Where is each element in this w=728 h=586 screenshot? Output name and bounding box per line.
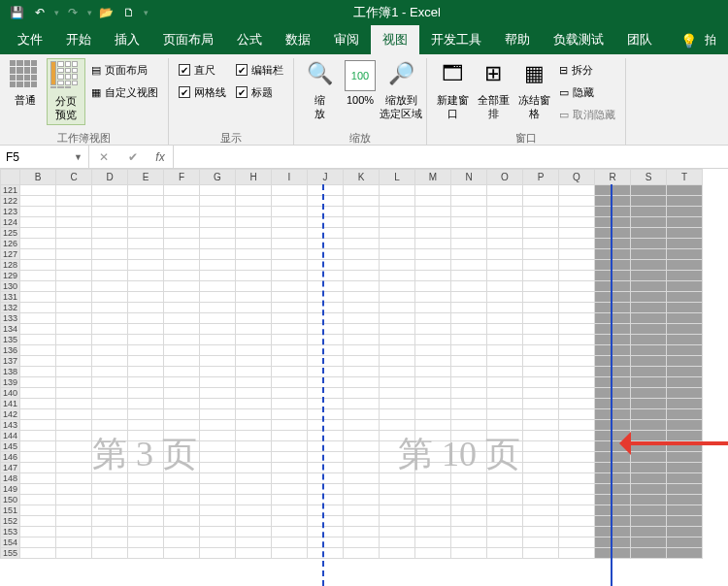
- cell[interactable]: [92, 271, 128, 281]
- cell[interactable]: [308, 516, 344, 527]
- row-header[interactable]: 133: [1, 313, 20, 324]
- cell[interactable]: [380, 431, 415, 441]
- cell[interactable]: [595, 473, 631, 484]
- col-header[interactable]: H: [236, 170, 272, 185]
- cell[interactable]: [595, 217, 631, 228]
- cell[interactable]: [667, 527, 703, 537]
- cell[interactable]: [667, 345, 703, 356]
- cell[interactable]: [667, 409, 703, 420]
- row-header[interactable]: 135: [1, 335, 20, 345]
- cell[interactable]: [272, 537, 308, 548]
- cell[interactable]: [631, 335, 667, 345]
- row-header[interactable]: 153: [1, 527, 20, 537]
- cell[interactable]: [667, 473, 703, 484]
- cell[interactable]: [308, 313, 344, 324]
- cell[interactable]: [523, 431, 559, 441]
- row-header[interactable]: 126: [1, 239, 20, 249]
- cell[interactable]: [164, 292, 200, 303]
- cell[interactable]: [200, 409, 236, 420]
- cell[interactable]: [164, 335, 200, 345]
- cell[interactable]: [487, 217, 523, 228]
- cell[interactable]: [128, 292, 164, 303]
- cell[interactable]: [415, 473, 451, 484]
- cell[interactable]: [595, 228, 631, 239]
- row-header[interactable]: 131: [1, 292, 20, 303]
- col-header[interactable]: M: [415, 170, 451, 185]
- cell[interactable]: [667, 452, 703, 463]
- cell[interactable]: [92, 377, 128, 388]
- cell[interactable]: [523, 281, 559, 292]
- tab-help[interactable]: 帮助: [493, 25, 542, 54]
- cell[interactable]: [344, 473, 380, 484]
- cell[interactable]: [451, 217, 487, 228]
- cell[interactable]: [595, 335, 631, 345]
- cell[interactable]: [559, 228, 595, 239]
- cell[interactable]: [487, 473, 523, 484]
- cell[interactable]: [164, 281, 200, 292]
- qat-more[interactable]: ▾: [142, 8, 149, 17]
- cell[interactable]: [128, 239, 164, 249]
- cell[interactable]: [236, 548, 272, 559]
- cell[interactable]: [667, 367, 703, 377]
- cell[interactable]: [595, 356, 631, 367]
- cell[interactable]: [344, 505, 380, 516]
- cell[interactable]: [20, 271, 56, 281]
- cell[interactable]: [128, 409, 164, 420]
- cell[interactable]: [92, 207, 128, 217]
- undo-button[interactable]: ↶: [29, 2, 50, 23]
- cell[interactable]: [631, 217, 667, 228]
- cell[interactable]: [92, 484, 128, 495]
- row-header[interactable]: 125: [1, 228, 20, 239]
- cell[interactable]: [451, 271, 487, 281]
- cell[interactable]: [272, 367, 308, 377]
- arrange-all-button[interactable]: ⊞ 全部重排: [474, 58, 513, 123]
- cell[interactable]: [20, 335, 56, 345]
- cell[interactable]: [595, 409, 631, 420]
- zoom-button[interactable]: 🔍 缩 放: [300, 58, 339, 123]
- cell[interactable]: [272, 399, 308, 409]
- cell[interactable]: [272, 463, 308, 473]
- cell[interactable]: [559, 345, 595, 356]
- cell[interactable]: [236, 356, 272, 367]
- cell[interactable]: [200, 505, 236, 516]
- cell[interactable]: [236, 367, 272, 377]
- cell[interactable]: [487, 228, 523, 239]
- cell[interactable]: [451, 409, 487, 420]
- cell[interactable]: [92, 367, 128, 377]
- cell[interactable]: [415, 409, 451, 420]
- row-header[interactable]: 150: [1, 495, 20, 505]
- cell[interactable]: [128, 313, 164, 324]
- cell[interactable]: [344, 399, 380, 409]
- cell[interactable]: [272, 239, 308, 249]
- cell[interactable]: [559, 303, 595, 313]
- cell[interactable]: [667, 196, 703, 207]
- cell[interactable]: [595, 548, 631, 559]
- cell[interactable]: [487, 196, 523, 207]
- cell[interactable]: [308, 185, 344, 196]
- cell[interactable]: [20, 249, 56, 260]
- cell[interactable]: [415, 399, 451, 409]
- cell[interactable]: [128, 345, 164, 356]
- cell[interactable]: [595, 292, 631, 303]
- cell[interactable]: [20, 303, 56, 313]
- cell[interactable]: [667, 495, 703, 505]
- col-header[interactable]: L: [380, 170, 415, 185]
- col-header[interactable]: C: [56, 170, 92, 185]
- cell[interactable]: [236, 441, 272, 452]
- cell[interactable]: [164, 463, 200, 473]
- cell[interactable]: [200, 463, 236, 473]
- cell[interactable]: [667, 399, 703, 409]
- cell[interactable]: [92, 388, 128, 399]
- cell[interactable]: [631, 313, 667, 324]
- cell[interactable]: [20, 452, 56, 463]
- cell[interactable]: [56, 345, 92, 356]
- cell[interactable]: [415, 217, 451, 228]
- cell[interactable]: [523, 420, 559, 431]
- cell[interactable]: [272, 473, 308, 484]
- worksheet-area[interactable]: BCDEFGHIJKLMNOPQRST121122123124125126127…: [0, 169, 728, 586]
- cell[interactable]: [667, 388, 703, 399]
- cell[interactable]: [631, 484, 667, 495]
- cell[interactable]: [631, 367, 667, 377]
- cell[interactable]: [200, 196, 236, 207]
- row-header[interactable]: 137: [1, 356, 20, 367]
